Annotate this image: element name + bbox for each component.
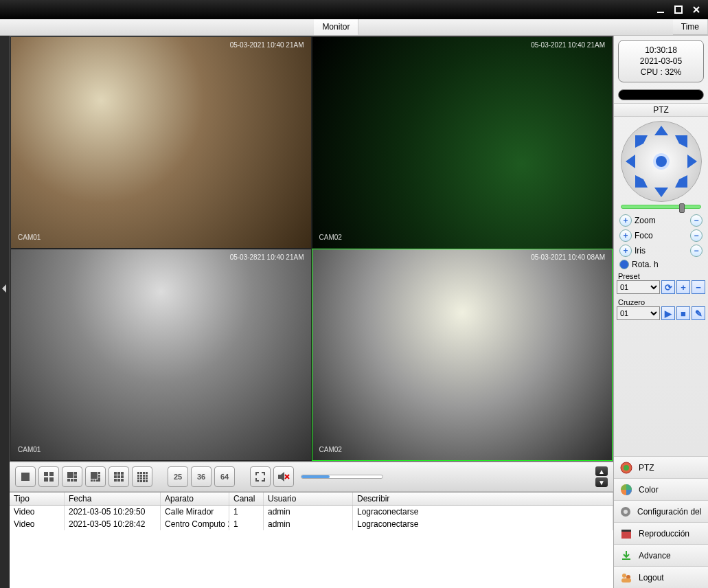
volume-slider[interactable] [301,475,383,479]
menu-color[interactable]: Color [614,478,708,500]
ptz-right-button[interactable] [687,155,697,168]
camera-timestamp: 05-03-2021 10:40 21AM [230,41,304,49]
device-name-strip [618,89,704,100]
svg-point-51 [624,465,629,471]
ptz-center-button[interactable] [653,153,670,170]
cruzero-stop-button[interactable]: ■ [676,306,690,320]
layout-6-button[interactable] [62,466,82,487]
iris-open-button[interactable]: + [619,245,632,257]
svg-rect-5 [44,472,48,476]
layout-8-button[interactable] [85,466,106,487]
iris-close-button[interactable]: − [690,245,703,257]
menu-reproduccion[interactable]: Reproducción [614,522,708,544]
ptz-upright-button[interactable] [675,135,687,148]
ptz-downleft-button[interactable] [635,175,648,188]
log-header-canal[interactable]: Canal [229,493,264,505]
layout-4-button[interactable] [38,466,59,487]
ptz-upleft-button[interactable] [635,135,648,148]
log-header-fecha[interactable]: Fecha [65,493,161,505]
zoom-in-button[interactable]: + [619,214,632,227]
svg-rect-44 [137,480,139,482]
cruzero-select[interactable]: 01 [617,306,660,320]
svg-rect-41 [140,477,142,479]
focus-in-button[interactable]: + [619,229,632,242]
log-header-tipo[interactable]: Tipo [10,493,65,505]
close-button[interactable] [689,3,704,16]
menu-config[interactable]: Configuración del Sistema [614,500,708,522]
menu-ptz[interactable]: PTZ [614,456,708,478]
menu-label: Advance [639,551,671,561]
layout-1-button[interactable] [15,466,36,487]
menu-label: Logout [639,573,664,583]
layout-9-button[interactable] [109,466,129,487]
cruzero-edit-button[interactable]: ✎ [692,306,705,320]
log-row[interactable]: Video 2021-03-05 10:29:50 Calle Mirador … [10,506,613,518]
svg-rect-55 [621,532,631,539]
camera-feed-3[interactable]: 05-03-2821 10:40 21AM CAM01 [10,249,312,461]
clapper-icon [619,527,633,541]
zoom-out-button[interactable]: − [690,214,703,227]
svg-rect-34 [143,472,145,474]
svg-rect-24 [117,472,120,475]
camera-feed-1[interactable]: 05-03-2021 10:40 21AM CAM01 [10,36,312,249]
page-down-button[interactable]: ▼ [595,477,608,487]
camera-timestamp: 05-03-2821 10:40 21AM [230,253,304,261]
layout-25-button[interactable]: 25 [168,466,188,487]
log-header-aparato[interactable]: Aparato [161,493,229,505]
tab-time[interactable]: Time [673,19,708,35]
svg-point-54 [624,510,628,514]
rotate-button[interactable] [619,260,629,269]
layout-16-button[interactable] [132,466,152,487]
minimize-button[interactable] [653,3,668,16]
camera-timestamp: 05-03-2021 10:40 08AM [531,253,605,261]
cruzero-play-button[interactable]: ▶ [661,306,675,320]
preset-goto-button[interactable]: ⟳ [661,280,675,294]
preset-add-button[interactable]: + [676,280,690,294]
maximize-button[interactable] [671,3,686,16]
fullscreen-button[interactable] [250,466,271,487]
cruzero-label: Cruzero [614,297,708,306]
svg-rect-22 [98,479,100,482]
svg-rect-9 [67,472,73,478]
log-row[interactable]: Video 2021-03-05 10:28:42 Centro Computo… [10,518,613,530]
tab-monitor[interactable]: Monitor [314,19,358,35]
camera-label: CAM02 [319,234,342,241]
mute-button[interactable] [273,466,294,487]
svg-rect-37 [140,475,142,477]
svg-rect-17 [98,475,100,477]
preset-label: Preset [614,271,708,280]
log-header-usuario[interactable]: Usuario [264,493,353,505]
log-panel: Tipo Fecha Aparato Canal Usuario Describ… [10,492,613,588]
ptz-up-button[interactable] [654,126,668,135]
svg-rect-14 [74,479,77,482]
page-up-button[interactable]: ▲ [595,466,608,476]
menu-logout[interactable]: Logout [614,566,708,588]
svg-rect-8 [49,477,54,482]
menu-advance[interactable]: Advance [614,544,708,566]
camera-feed-2[interactable]: 05-03-2021 10:40 21AM CAM02 [312,36,613,249]
camera-timestamp: 05-03-2021 10:40 21AM [531,41,605,49]
iris-label: Iris [635,246,687,256]
svg-rect-36 [137,475,139,477]
users-icon [619,571,633,585]
preset-select[interactable]: 01 [617,280,660,294]
svg-rect-38 [143,475,145,477]
focus-out-button[interactable]: − [690,229,703,242]
ptz-downright-button[interactable] [675,175,687,188]
layout-64-button[interactable]: 64 [214,466,235,487]
log-header-describir[interactable]: Describir [353,493,613,505]
ptz-speed-slider[interactable] [621,205,701,209]
sidebar: 10:30:18 2021-03-05 CPU : 32% PTZ + Zoom… [613,36,708,588]
ptz-down-button[interactable] [654,188,668,197]
preset-remove-button[interactable]: − [692,280,705,294]
svg-rect-23 [114,472,117,475]
left-panel-collapse[interactable] [0,36,10,588]
svg-point-58 [622,574,626,578]
ptz-left-button[interactable] [626,155,635,168]
tab-bar: Monitor Time [0,19,708,36]
svg-rect-29 [114,479,117,482]
layout-36-button[interactable]: 36 [191,466,212,487]
log-header: Tipo Fecha Aparato Canal Usuario Describ… [10,493,613,506]
camera-feed-4[interactable]: 05-03-2021 10:40 08AM CAM02 [312,249,613,461]
status-time: 10:30:18 [621,45,700,56]
